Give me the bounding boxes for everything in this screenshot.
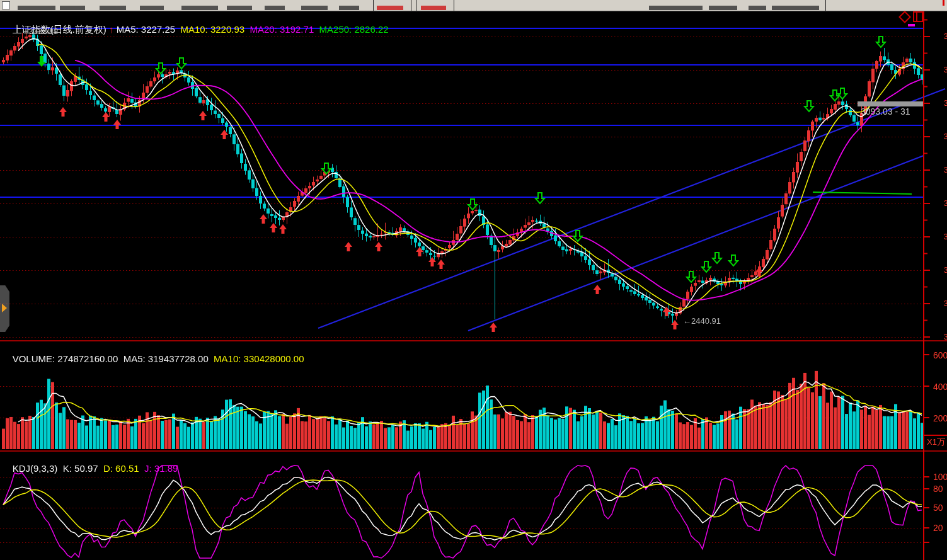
cropped-menu-item[interactable] [140,6,164,10]
ma10-value: MA10: 3220.93 [178,24,247,35]
toolbar-separator [825,0,826,11]
expand-arrow-icon [2,304,7,312]
cropped-menu-item[interactable] [227,6,252,10]
volume-axis-label: 20000 [933,413,947,423]
volume-value: VOLUME: 274872160.00 [13,353,121,364]
cropped-menu-item-red[interactable] [377,6,403,10]
cropped-menu-item[interactable] [100,6,126,10]
kdj-header: KDJ(9,3,3) K: 50.97 D: 60.51 J: 31.89 [2,452,178,484]
top-menu-toolbar[interactable] [0,0,947,11]
kdj-k-value: K: 50.97 [60,463,101,474]
toolbar-corner-mark [943,0,944,6]
cropped-menu-item[interactable] [181,6,218,10]
ma250-value: MA250: 2826.22 [316,24,388,35]
toolbar-separator [454,0,454,11]
toolbar-separator [411,0,411,11]
kdj-axis-label: 80 [933,484,947,494]
ma5-value: MA5: 3227.25 [114,24,178,35]
magenta-dash-marker [908,24,915,26]
cropped-menu-item[interactable] [649,6,703,10]
split-window-icon[interactable] [913,11,923,22]
toolbar-separator [373,0,374,11]
price-tag-annotation: 3093.03 - 31 [861,106,910,117]
cropped-menu-item[interactable] [18,6,55,10]
peak-price-annotation: ~3333.88 [24,26,59,36]
cropped-menu-item[interactable] [772,6,819,10]
cropped-menu-item[interactable] [749,6,766,10]
cropped-menu-item[interactable] [265,6,285,10]
trough-price-annotation: ←2440.91 [683,316,721,326]
sidebar-expander-tab[interactable] [0,285,9,332]
cropped-menu-item[interactable] [301,6,328,10]
split-window-divider [916,13,917,21]
volume-ma10-value: MA10: 330428000.00 [211,353,304,364]
kdj-d-value: D: 60.51 [101,463,142,474]
cropped-menu-item-red[interactable] [421,6,446,10]
kdj-axis-label: 50 [933,503,947,513]
up-arrow-icon: ↑ [109,24,114,35]
kdj-axis-label: 20 [933,523,947,533]
kdj-name: KDJ(9,3,3) [13,463,60,474]
volume-unit-label: X1万 [927,437,947,448]
trading-terminal-window: 上证指数(日线.前复权) ↑ MA5: 3227.25 MA10: 3220.9… [0,0,947,560]
volume-header: VOLUME: 274872160.00 MA5: 319437728.00 M… [2,343,304,375]
volume-axis-label: 40000 [933,382,947,392]
kdj-axis-label: 100 [933,472,947,482]
cropped-menu-item[interactable] [339,6,359,10]
cropped-menu-item[interactable] [60,6,85,10]
volume-ma5-value: MA5: 319437728.00 [120,353,210,364]
app-icon [2,1,10,9]
ma20-value: MA20: 3192.71 [247,24,316,35]
volume-axis-label: 60000 [933,350,947,360]
kdj-j-value: J: 31.89 [142,463,178,474]
cropped-menu-item[interactable] [709,6,737,10]
main-chart-header: 上证指数(日线.前复权) ↑ MA5: 3227.25 MA10: 3220.9… [2,13,389,47]
toolbar-separator [416,0,416,11]
